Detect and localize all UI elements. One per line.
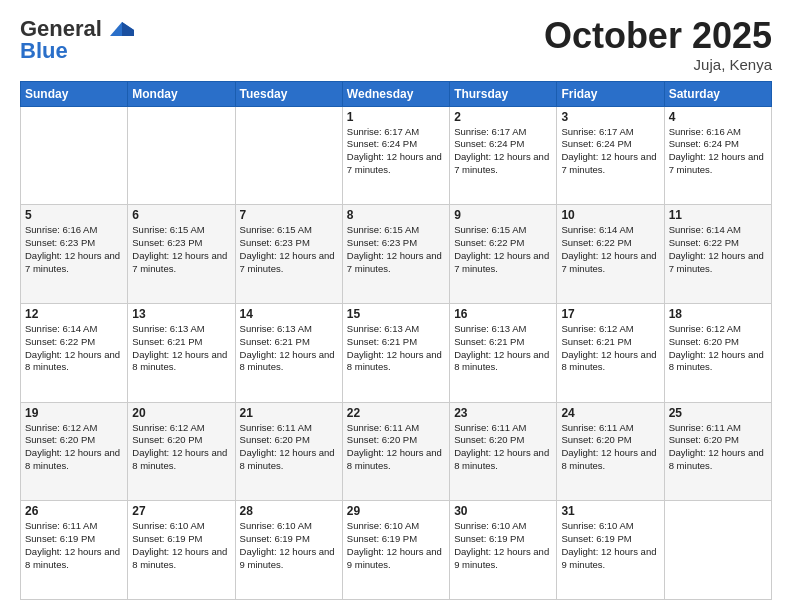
cell-text: Sunrise: 6:12 AM [25, 422, 123, 435]
cell-text: Sunrise: 6:12 AM [669, 323, 767, 336]
cell-text: Daylight: 12 hours and 8 minutes. [25, 349, 123, 375]
cell-text: Sunset: 6:20 PM [454, 434, 552, 447]
cell-text: Daylight: 12 hours and 7 minutes. [132, 250, 230, 276]
table-row: 9Sunrise: 6:15 AMSunset: 6:22 PMDaylight… [450, 205, 557, 304]
cell-text: Daylight: 12 hours and 7 minutes. [347, 250, 445, 276]
cell-text: Daylight: 12 hours and 8 minutes. [347, 349, 445, 375]
table-row: 23Sunrise: 6:11 AMSunset: 6:20 PMDayligh… [450, 402, 557, 501]
cell-text: Sunset: 6:24 PM [347, 138, 445, 151]
table-row: 24Sunrise: 6:11 AMSunset: 6:20 PMDayligh… [557, 402, 664, 501]
table-row: 16Sunrise: 6:13 AMSunset: 6:21 PMDayligh… [450, 303, 557, 402]
table-row: 11Sunrise: 6:14 AMSunset: 6:22 PMDayligh… [664, 205, 771, 304]
day-number: 8 [347, 208, 445, 222]
logo-blue: Blue [20, 38, 68, 64]
calendar-week-row: 19Sunrise: 6:12 AMSunset: 6:20 PMDayligh… [21, 402, 772, 501]
table-row: 8Sunrise: 6:15 AMSunset: 6:23 PMDaylight… [342, 205, 449, 304]
cell-text: Daylight: 12 hours and 7 minutes. [454, 151, 552, 177]
day-number: 28 [240, 504, 338, 518]
cell-text: Sunset: 6:19 PM [347, 533, 445, 546]
day-number: 18 [669, 307, 767, 321]
cell-text: Daylight: 12 hours and 8 minutes. [240, 447, 338, 473]
cell-text: Daylight: 12 hours and 8 minutes. [454, 447, 552, 473]
table-row: 30Sunrise: 6:10 AMSunset: 6:19 PMDayligh… [450, 501, 557, 600]
table-row: 25Sunrise: 6:11 AMSunset: 6:20 PMDayligh… [664, 402, 771, 501]
day-number: 29 [347, 504, 445, 518]
day-number: 21 [240, 406, 338, 420]
cell-text: Sunrise: 6:17 AM [454, 126, 552, 139]
table-row: 7Sunrise: 6:15 AMSunset: 6:23 PMDaylight… [235, 205, 342, 304]
cell-text: Sunrise: 6:12 AM [132, 422, 230, 435]
cell-text: Sunset: 6:20 PM [132, 434, 230, 447]
cell-text: Daylight: 12 hours and 7 minutes. [669, 151, 767, 177]
cell-text: Daylight: 12 hours and 9 minutes. [347, 546, 445, 572]
cell-text: Sunrise: 6:15 AM [347, 224, 445, 237]
cell-text: Sunrise: 6:10 AM [347, 520, 445, 533]
svg-marker-1 [122, 22, 134, 36]
day-number: 26 [25, 504, 123, 518]
cell-text: Sunrise: 6:14 AM [669, 224, 767, 237]
table-row: 12Sunrise: 6:14 AMSunset: 6:22 PMDayligh… [21, 303, 128, 402]
table-row: 1Sunrise: 6:17 AMSunset: 6:24 PMDaylight… [342, 106, 449, 205]
day-number: 11 [669, 208, 767, 222]
cell-text: Sunset: 6:23 PM [132, 237, 230, 250]
cell-text: Sunset: 6:23 PM [240, 237, 338, 250]
cell-text: Daylight: 12 hours and 7 minutes. [347, 151, 445, 177]
cell-text: Sunset: 6:20 PM [240, 434, 338, 447]
calendar-table: Sunday Monday Tuesday Wednesday Thursday… [20, 81, 772, 600]
cell-text: Daylight: 12 hours and 8 minutes. [25, 447, 123, 473]
cell-text: Sunset: 6:21 PM [454, 336, 552, 349]
cell-text: Daylight: 12 hours and 8 minutes. [240, 349, 338, 375]
cell-text: Daylight: 12 hours and 7 minutes. [561, 151, 659, 177]
cell-text: Sunrise: 6:10 AM [132, 520, 230, 533]
cell-text: Sunset: 6:20 PM [25, 434, 123, 447]
cell-text: Sunrise: 6:12 AM [561, 323, 659, 336]
day-number: 20 [132, 406, 230, 420]
header: General Blue October 2025 Juja, Kenya [20, 16, 772, 73]
cell-text: Sunrise: 6:11 AM [25, 520, 123, 533]
day-number: 9 [454, 208, 552, 222]
cell-text: Sunset: 6:21 PM [561, 336, 659, 349]
cell-text: Sunset: 6:19 PM [132, 533, 230, 546]
table-row: 26Sunrise: 6:11 AMSunset: 6:19 PMDayligh… [21, 501, 128, 600]
cell-text: Daylight: 12 hours and 8 minutes. [561, 349, 659, 375]
calendar-week-row: 5Sunrise: 6:16 AMSunset: 6:23 PMDaylight… [21, 205, 772, 304]
logo: General Blue [20, 16, 136, 64]
table-row: 29Sunrise: 6:10 AMSunset: 6:19 PMDayligh… [342, 501, 449, 600]
col-friday: Friday [557, 81, 664, 106]
cell-text: Sunrise: 6:13 AM [240, 323, 338, 336]
col-monday: Monday [128, 81, 235, 106]
day-number: 2 [454, 110, 552, 124]
cell-text: Sunrise: 6:14 AM [561, 224, 659, 237]
day-number: 27 [132, 504, 230, 518]
table-row: 21Sunrise: 6:11 AMSunset: 6:20 PMDayligh… [235, 402, 342, 501]
cell-text: Sunrise: 6:15 AM [240, 224, 338, 237]
cell-text: Daylight: 12 hours and 8 minutes. [132, 447, 230, 473]
cell-text: Sunset: 6:23 PM [347, 237, 445, 250]
cell-text: Sunrise: 6:17 AM [561, 126, 659, 139]
calendar-week-row: 26Sunrise: 6:11 AMSunset: 6:19 PMDayligh… [21, 501, 772, 600]
cell-text: Daylight: 12 hours and 9 minutes. [454, 546, 552, 572]
cell-text: Sunrise: 6:11 AM [347, 422, 445, 435]
table-row: 27Sunrise: 6:10 AMSunset: 6:19 PMDayligh… [128, 501, 235, 600]
cell-text: Sunrise: 6:15 AM [132, 224, 230, 237]
cell-text: Daylight: 12 hours and 8 minutes. [561, 447, 659, 473]
cell-text: Sunset: 6:19 PM [240, 533, 338, 546]
day-number: 16 [454, 307, 552, 321]
table-row: 19Sunrise: 6:12 AMSunset: 6:20 PMDayligh… [21, 402, 128, 501]
table-row: 15Sunrise: 6:13 AMSunset: 6:21 PMDayligh… [342, 303, 449, 402]
cell-text: Sunrise: 6:11 AM [454, 422, 552, 435]
cell-text: Sunrise: 6:11 AM [669, 422, 767, 435]
table-row: 13Sunrise: 6:13 AMSunset: 6:21 PMDayligh… [128, 303, 235, 402]
cell-text: Sunset: 6:21 PM [240, 336, 338, 349]
table-row [235, 106, 342, 205]
calendar-header-row: Sunday Monday Tuesday Wednesday Thursday… [21, 81, 772, 106]
cell-text: Sunset: 6:19 PM [561, 533, 659, 546]
table-row: 28Sunrise: 6:10 AMSunset: 6:19 PMDayligh… [235, 501, 342, 600]
cell-text: Daylight: 12 hours and 8 minutes. [347, 447, 445, 473]
day-number: 19 [25, 406, 123, 420]
cell-text: Sunset: 6:20 PM [347, 434, 445, 447]
day-number: 17 [561, 307, 659, 321]
cell-text: Sunset: 6:19 PM [25, 533, 123, 546]
table-row [664, 501, 771, 600]
day-number: 7 [240, 208, 338, 222]
